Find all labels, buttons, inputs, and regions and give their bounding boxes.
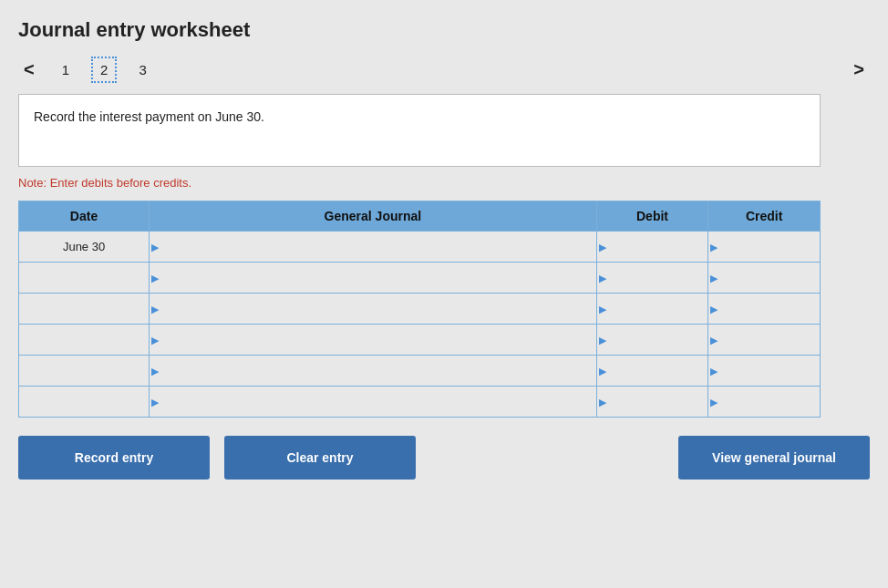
debit-input-3[interactable]	[597, 325, 708, 355]
credit-cell-2[interactable]: ▶	[708, 294, 821, 325]
table-row: ▶▶▶	[19, 263, 821, 294]
date-input-3[interactable]	[19, 325, 149, 355]
credit-cell-5[interactable]: ▶	[708, 387, 821, 418]
debit-arrow-0: ▶	[599, 241, 606, 253]
journal-cell-5[interactable]: ▶	[150, 387, 597, 418]
col-header-debit: Debit	[596, 201, 708, 232]
journal-cell-4[interactable]: ▶	[150, 356, 597, 387]
debit-input-1[interactable]	[597, 263, 708, 293]
credit-arrow-4: ▶	[710, 365, 718, 377]
debit-arrow-5: ▶	[599, 396, 606, 407]
date-input-2[interactable]	[19, 294, 149, 324]
journal-arrow-4: ▶	[151, 365, 159, 377]
debit-input-4[interactable]	[597, 356, 708, 386]
journal-cell-1[interactable]: ▶	[150, 263, 597, 294]
credit-arrow-1: ▶	[710, 272, 718, 284]
credit-cell-3[interactable]: ▶	[708, 325, 821, 356]
credit-input-1[interactable]	[708, 263, 820, 293]
journal-arrow-2: ▶	[151, 303, 159, 315]
date-cell-0: June 30	[19, 232, 150, 263]
debit-cell-0[interactable]: ▶	[596, 232, 708, 263]
journal-arrow-5: ▶	[151, 396, 159, 407]
journal-arrow-1: ▶	[151, 272, 159, 284]
date-cell-4[interactable]	[19, 356, 150, 387]
credit-cell-0[interactable]: ▶	[708, 232, 821, 263]
debit-arrow-2: ▶	[599, 303, 606, 315]
view-general-journal-button[interactable]: View general journal	[678, 436, 870, 480]
journal-arrow-3: ▶	[151, 334, 159, 346]
debit-cell-5[interactable]: ▶	[596, 387, 708, 418]
buttons-row: Record entry Clear entry View general jo…	[18, 436, 870, 480]
debit-arrow-4: ▶	[599, 365, 606, 377]
credit-arrow-5: ▶	[710, 396, 718, 407]
credit-input-5[interactable]	[708, 387, 820, 417]
journal-input-4[interactable]	[150, 356, 596, 386]
col-header-credit: Credit	[708, 201, 821, 232]
credit-arrow-3: ▶	[710, 334, 718, 346]
date-input-4[interactable]	[19, 356, 149, 386]
debit-input-0[interactable]	[597, 232, 708, 262]
debit-cell-3[interactable]: ▶	[596, 325, 708, 356]
table-row: ▶▶▶	[19, 356, 821, 387]
note-text: Note: Enter debits before credits.	[18, 176, 870, 190]
next-arrow[interactable]: >	[848, 57, 870, 82]
journal-table: Date General Journal Debit Credit June 3…	[18, 201, 821, 418]
credit-input-2[interactable]	[708, 294, 820, 324]
debit-input-5[interactable]	[597, 387, 708, 417]
date-cell-5[interactable]	[19, 387, 150, 418]
date-cell-2[interactable]	[19, 294, 150, 325]
date-input-1[interactable]	[19, 263, 149, 293]
credit-arrow-2: ▶	[710, 303, 718, 315]
journal-arrow-0: ▶	[151, 241, 159, 253]
debit-input-2[interactable]	[597, 294, 708, 324]
nav-item-3[interactable]: 3	[131, 58, 153, 81]
page-title: Journal entry worksheet	[18, 18, 870, 42]
nav-item-1[interactable]: 1	[55, 58, 77, 81]
credit-input-3[interactable]	[708, 325, 820, 355]
debit-arrow-1: ▶	[599, 272, 606, 284]
clear-entry-button[interactable]: Clear entry	[224, 436, 416, 480]
debit-arrow-3: ▶	[599, 334, 606, 346]
journal-input-1[interactable]	[150, 263, 596, 293]
debit-cell-2[interactable]: ▶	[596, 294, 708, 325]
instruction-box: Record the interest payment on June 30.	[18, 94, 821, 167]
date-input-5[interactable]	[19, 387, 149, 417]
debit-cell-4[interactable]: ▶	[596, 356, 708, 387]
journal-cell-3[interactable]: ▶	[150, 325, 597, 356]
table-row: June 30▶▶▶	[19, 232, 821, 263]
journal-cell-0[interactable]: ▶	[150, 232, 597, 263]
credit-cell-4[interactable]: ▶	[708, 356, 821, 387]
navigation-row: < 1 2 3 >	[18, 57, 870, 83]
record-entry-button[interactable]: Record entry	[18, 436, 210, 480]
credit-cell-1[interactable]: ▶	[708, 263, 821, 294]
col-header-date: Date	[19, 201, 150, 232]
table-row: ▶▶▶	[19, 325, 821, 356]
journal-input-5[interactable]	[150, 387, 596, 417]
prev-arrow[interactable]: <	[18, 57, 40, 82]
date-cell-1[interactable]	[19, 263, 150, 294]
journal-cell-2[interactable]: ▶	[150, 294, 597, 325]
date-cell-3[interactable]	[19, 325, 150, 356]
journal-input-3[interactable]	[150, 325, 596, 355]
debit-cell-1[interactable]: ▶	[596, 263, 708, 294]
instruction-text: Record the interest payment on June 30.	[34, 109, 264, 124]
table-row: ▶▶▶	[19, 387, 821, 418]
nav-item-2[interactable]: 2	[91, 57, 117, 83]
credit-arrow-0: ▶	[710, 241, 718, 253]
table-row: ▶▶▶	[19, 294, 821, 325]
credit-input-0[interactable]	[708, 232, 820, 262]
credit-input-4[interactable]	[708, 356, 820, 386]
journal-input-0[interactable]	[150, 232, 596, 262]
col-header-journal: General Journal	[150, 201, 597, 232]
journal-input-2[interactable]	[150, 294, 596, 324]
